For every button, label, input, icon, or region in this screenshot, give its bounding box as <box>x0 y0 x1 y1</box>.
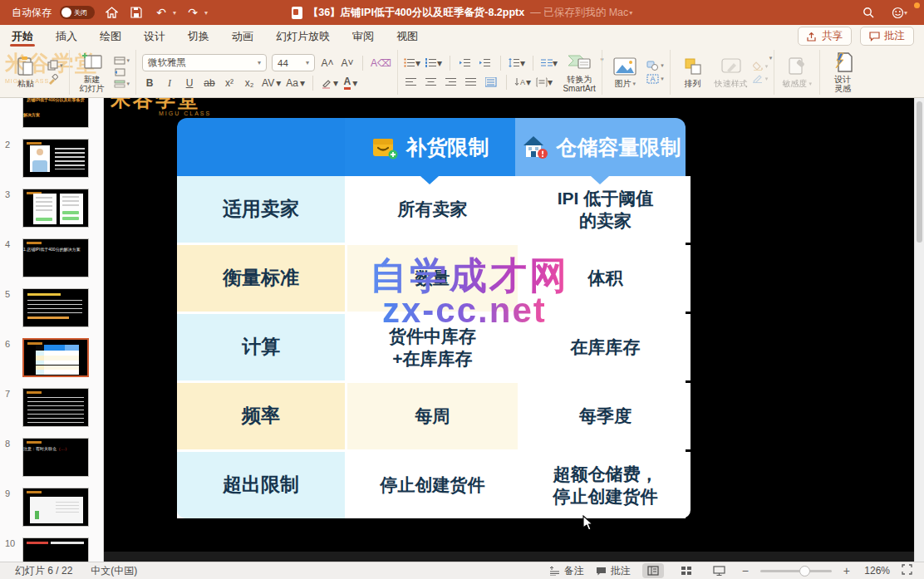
new-slide-button[interactable]: 新建 幻灯片 <box>76 52 109 94</box>
thumbnail-slide-10[interactable]: 10 <box>5 537 103 562</box>
tab-home[interactable]: 开始 <box>10 26 35 47</box>
fit-slide-button[interactable] <box>902 564 912 577</box>
tab-insert[interactable]: 插入 <box>54 26 79 47</box>
sensitivity-button[interactable]: 敏感度▾ <box>780 56 813 89</box>
row-replenish-value: 停止创建货件 <box>347 452 518 518</box>
justify-icon[interactable] <box>464 75 479 90</box>
title-dropdown-icon[interactable]: ▾ <box>629 9 632 17</box>
align-text-button[interactable]: ▾ <box>536 75 553 90</box>
zoom-level[interactable]: 126% <box>862 565 890 577</box>
paste-button[interactable]: 粘贴 <box>9 56 42 89</box>
slide-canvas[interactable]: 米谷学堂 MIGU CLASS 补货限制 仓储容量限制 <box>104 98 914 562</box>
picture-button[interactable]: 图片▾ <box>608 56 641 89</box>
slide-counter[interactable]: 幻灯片 6 / 22 <box>15 564 72 578</box>
strikethrough-button[interactable]: ab <box>202 76 217 91</box>
bold-button[interactable]: B <box>142 76 157 91</box>
reset-slide-button[interactable] <box>114 68 130 76</box>
tab-design[interactable]: 设计 <box>142 26 167 47</box>
columns-button[interactable]: ▾ <box>541 56 558 71</box>
normal-view-button[interactable] <box>642 563 664 578</box>
line-spacing-button[interactable]: ▾ <box>509 56 525 71</box>
thumbnail-slide-8[interactable]: 8 注意：有时关联仓（…） <box>5 438 103 477</box>
redo-icon[interactable]: ↷ <box>184 6 201 19</box>
scrollbar-thumb[interactable] <box>917 101 922 243</box>
tab-animations[interactable]: 动画 <box>230 26 255 47</box>
numbering-button[interactable]: ▾ <box>425 56 442 71</box>
bullets-button[interactable]: ▾ <box>404 56 420 71</box>
text-direction-button[interactable]: A ▾ <box>514 75 531 90</box>
zoom-out-button[interactable]: − <box>742 564 749 577</box>
zoom-slider-knob[interactable] <box>799 566 810 577</box>
thumbnail-slide-7[interactable]: 7 <box>5 388 103 427</box>
font-color-button[interactable]: A▾ <box>343 76 358 91</box>
search-icon[interactable] <box>860 7 877 18</box>
text-box-button[interactable]: A ▾ <box>646 74 664 84</box>
align-left-icon[interactable] <box>404 75 419 90</box>
watermark-url: zx-cc.net <box>382 291 547 331</box>
slide-sorter-button[interactable] <box>676 563 697 578</box>
tab-transitions[interactable]: 切换 <box>186 26 211 47</box>
subscript-button[interactable]: x₂ <box>242 76 257 91</box>
underline-button[interactable]: U <box>182 76 197 91</box>
arrange-button[interactable]: 排列 ▾ <box>676 56 710 89</box>
thumbnail-slide-3[interactable]: 3 <box>5 189 103 228</box>
feedback-dropdown-icon[interactable]: ▾ <box>904 9 907 17</box>
save-icon[interactable] <box>128 7 145 18</box>
shapes-button[interactable]: ▾ <box>646 61 664 71</box>
clear-formatting-icon[interactable]: A⌫ <box>371 56 391 71</box>
design-ideas-button[interactable]: 设计 灵感 <box>826 52 859 94</box>
autosave-toggle[interactable]: 关闭 <box>60 6 95 19</box>
copy-button[interactable]: ▾ <box>47 60 63 71</box>
slide-thumbnail-panel[interactable]: 店铺IPI低于400分以及旺季备货 解决方案 2 3 <box>0 98 104 562</box>
decrease-indent-icon[interactable] <box>458 56 473 71</box>
superscript-button[interactable]: x² <box>222 76 237 91</box>
tab-review[interactable]: 审阅 <box>351 26 376 47</box>
home-icon[interactable] <box>103 7 120 18</box>
font-name-select[interactable]: 微软雅黑▾ <box>142 54 267 71</box>
toolbar-overflow-icon[interactable]: ▾ <box>204 9 208 17</box>
convert-to-smartart-button[interactable]: 转换为 SmartArt ▾ <box>563 52 596 94</box>
tab-draw[interactable]: 绘图 <box>98 26 123 47</box>
thumbnail-slide-5[interactable]: 5 <box>5 288 103 327</box>
thumbnail-slide-4[interactable]: 4 1.店铺IPI低于400分的解决方案 <box>5 238 103 277</box>
save-status[interactable]: — 已保存到我的 Mac <box>530 6 628 20</box>
quick-styles-button[interactable]: 快速样式 <box>715 56 748 89</box>
status-comments-button[interactable]: 批注 <box>596 564 631 578</box>
shape-fill-button[interactable]: ▾ <box>753 61 769 71</box>
slide-layout-button[interactable]: ▾ <box>114 56 130 65</box>
thumbnail-slide-9[interactable]: 9 <box>5 488 103 527</box>
header-storage-capacity-limit: 仓储容量限制 <box>515 118 686 176</box>
comments-button[interactable]: 批注 <box>860 27 914 46</box>
share-button[interactable]: 共享 <box>798 27 852 46</box>
increase-indent-icon[interactable] <box>478 56 493 71</box>
vertical-scrollbar[interactable] <box>914 98 924 562</box>
text-highlight-button[interactable]: ▾ <box>321 76 338 91</box>
reset-icon <box>114 68 125 76</box>
format-painter-button[interactable] <box>47 74 63 85</box>
undo-icon[interactable]: ↶ <box>153 6 170 19</box>
align-right-icon[interactable] <box>444 75 459 90</box>
copy-icon <box>47 60 58 71</box>
italic-button[interactable]: I <box>162 76 177 91</box>
decrease-font-icon[interactable]: A˅ <box>340 56 355 71</box>
increase-font-icon[interactable]: A˄ <box>320 56 335 71</box>
shape-outline-button[interactable]: ▾ <box>753 74 769 83</box>
zoom-in-button[interactable]: + <box>843 564 850 577</box>
distribute-text-icon[interactable] <box>484 75 499 90</box>
notes-button[interactable]: 备注 <box>550 564 584 578</box>
slideshow-button[interactable] <box>709 563 730 578</box>
tab-slideshow[interactable]: 幻灯片放映 <box>274 26 332 47</box>
align-center-icon[interactable] <box>424 75 439 90</box>
thumbnail-slide-2[interactable]: 2 <box>5 139 103 178</box>
tab-view[interactable]: 视图 <box>395 26 420 47</box>
language-indicator[interactable]: 中文(中国) <box>91 564 137 578</box>
undo-dropdown-icon[interactable]: ▾ <box>173 9 176 17</box>
font-size-select[interactable]: 44▾ <box>272 54 315 71</box>
thumbnail-slide-6-selected[interactable]: 6 <box>5 338 103 377</box>
thumbnail-slide-1[interactable]: 店铺IPI低于400分以及旺季备货 解决方案 <box>5 98 103 128</box>
zoom-slider[interactable] <box>760 570 832 572</box>
change-case-button[interactable]: Aa▾ <box>286 76 305 91</box>
section-button[interactable]: ▾ <box>114 80 130 88</box>
paste-clipboard-icon <box>17 56 35 77</box>
character-spacing-button[interactable]: AV▾ <box>262 76 281 91</box>
